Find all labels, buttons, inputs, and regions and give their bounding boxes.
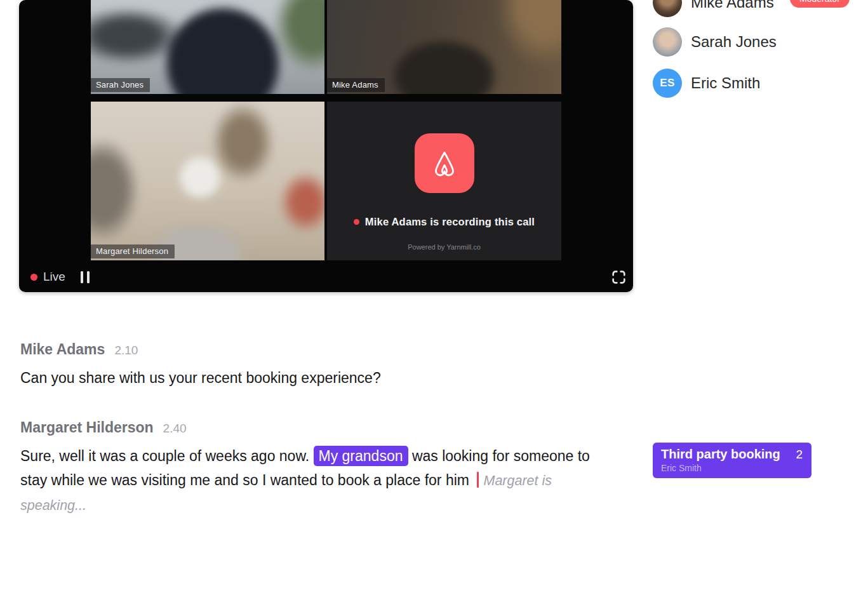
tag-attribution: Eric Smith [661, 463, 803, 473]
participant-name: Mike Adams [691, 0, 774, 11]
participant-row-eric-smith[interactable]: ES Eric Smith [653, 69, 760, 98]
timestamp: 2.10 [114, 344, 138, 358]
fullscreen-icon [612, 271, 625, 284]
live-dot-icon [30, 274, 37, 281]
tile-name-label: Sarah Jones [91, 78, 150, 92]
avatar [653, 27, 682, 57]
participant-name: Eric Smith [691, 74, 760, 92]
live-indicator: Live [30, 270, 65, 284]
participant-row-sarah-jones[interactable]: Sarah Jones [653, 27, 777, 57]
tag-label: Third party booking [661, 447, 780, 462]
video-tile-mike: Mike Adams [327, 0, 561, 94]
speaker-name: Mike Adams [20, 341, 105, 358]
live-transcription-cursor [477, 472, 479, 488]
recording-dot-icon [354, 219, 359, 225]
pause-icon [87, 271, 90, 283]
tag-card-third-party-booking[interactable]: Third party booking 2 Eric Smith [653, 443, 811, 478]
tile-name-label: Margaret Hilderson [91, 244, 175, 258]
moderator-badge: Moderator [790, 0, 850, 8]
text-segment: Sure, well it was a couple of weeks ago … [20, 448, 314, 464]
recording-notice-tile: Mike Adams is recording this call Powere… [327, 102, 561, 260]
video-player: Sarah Jones Mike Adams Margaret Hilderso… [19, 0, 633, 292]
timestamp: 2.40 [163, 422, 187, 436]
fullscreen-button[interactable] [612, 271, 625, 286]
transcript-entry: Mike Adams 2.10 Can you share with us yo… [20, 341, 617, 390]
recording-message: Mike Adams is recording this call [365, 216, 535, 228]
live-label: Live [43, 270, 65, 284]
transcript-text: Sure, well it was a couple of weeks ago … [20, 444, 617, 518]
page: Sarah Jones Mike Adams Margaret Hilderso… [0, 0, 868, 595]
powered-by-text: Powered by Yarnmill.co [408, 243, 481, 251]
transcript-entry: Margaret Hilderson 2.40 Sure, well it wa… [20, 419, 617, 518]
speaker-name: Margaret Hilderson [20, 419, 154, 436]
pause-button[interactable] [81, 271, 90, 283]
video-feed-margaret [91, 102, 324, 260]
video-tile-margaret: Margaret Hilderson [91, 102, 324, 260]
avatar [653, 0, 682, 17]
participant-row-mike-adams[interactable]: Mike Adams [653, 0, 774, 17]
participant-name: Sarah Jones [691, 33, 777, 51]
tag-count: 2 [796, 448, 803, 462]
video-tile-sarah: Sarah Jones [91, 0, 324, 94]
pause-icon [81, 271, 83, 283]
transcript-text: Can you share with us your recent bookin… [20, 366, 617, 390]
highlighted-tag-text[interactable]: My grandson [314, 446, 408, 466]
avatar-initials: ES [653, 69, 682, 98]
tile-name-label: Mike Adams [327, 78, 385, 92]
airbnb-logo [415, 133, 474, 193]
